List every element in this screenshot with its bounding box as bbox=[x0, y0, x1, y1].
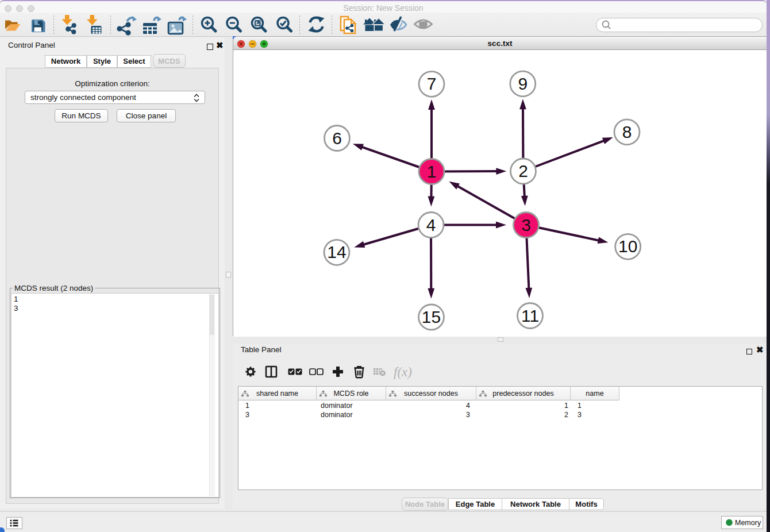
svg-text:4: 4 bbox=[426, 215, 436, 234]
svg-text:f(x): f(x) bbox=[394, 365, 412, 379]
svg-text:Memory: Memory bbox=[735, 519, 761, 527]
svg-text:11: 11 bbox=[521, 306, 539, 325]
svg-text:15: 15 bbox=[422, 307, 441, 326]
svg-text:6: 6 bbox=[332, 129, 342, 148]
svg-text:9: 9 bbox=[518, 74, 528, 93]
svg-text:1: 1 bbox=[427, 162, 437, 181]
svg-text:14: 14 bbox=[327, 242, 346, 261]
svg-text:7: 7 bbox=[427, 74, 437, 93]
svg-text:2: 2 bbox=[518, 161, 528, 180]
svg-text:10: 10 bbox=[618, 237, 637, 256]
svg-text:3: 3 bbox=[521, 215, 531, 234]
svg-text:8: 8 bbox=[622, 122, 632, 141]
